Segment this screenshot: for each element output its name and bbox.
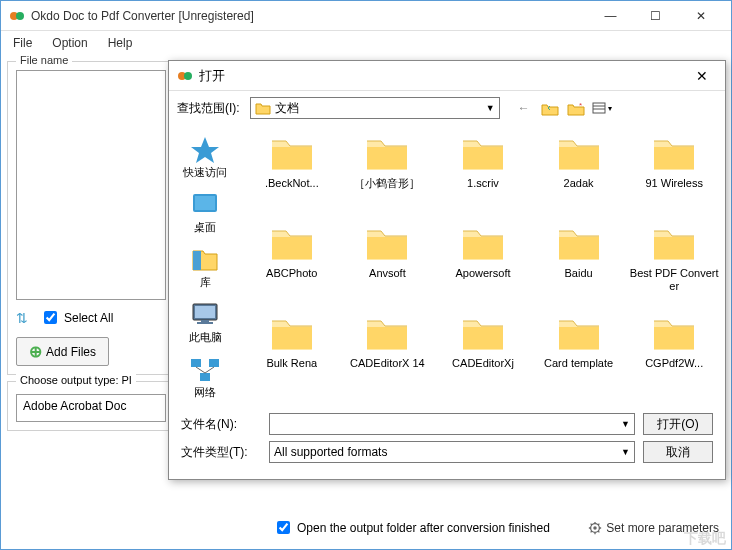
file-list[interactable] — [16, 70, 166, 300]
add-files-label: Add Files — [46, 345, 96, 359]
dialog-toolbar: 查找范围(I): 文档 ▼ ← * ▾ — [169, 91, 725, 125]
app-icon — [9, 8, 25, 24]
window-title: Okdo Doc to Pdf Converter [Unregistered] — [31, 9, 588, 23]
folder-icon — [268, 223, 316, 263]
file-item[interactable]: .BeckNot... — [245, 131, 339, 217]
view-menu-button[interactable]: ▾ — [592, 99, 612, 117]
close-button[interactable]: ✕ — [678, 2, 723, 30]
place-thispc[interactable]: 此电脑 — [169, 296, 241, 349]
file-item[interactable]: Bulk Rena — [245, 311, 339, 397]
svg-point-3 — [594, 526, 598, 530]
filetype-value: All supported formats — [274, 445, 387, 459]
menu-file[interactable]: File — [5, 34, 40, 52]
titlebar: Okdo Doc to Pdf Converter [Unregistered]… — [1, 1, 731, 31]
dialog-app-icon — [177, 68, 193, 84]
file-item[interactable]: CGPdf2W... — [627, 311, 721, 397]
file-item[interactable]: ABCPhoto — [245, 221, 339, 307]
svg-line-22 — [205, 367, 214, 373]
libraries-icon — [189, 245, 221, 273]
place-desktop[interactable]: 桌面 — [169, 186, 241, 239]
menu-option[interactable]: Option — [44, 34, 95, 52]
maximize-button[interactable]: ☐ — [633, 2, 678, 30]
file-item[interactable]: CADEditorX 14 — [341, 311, 435, 397]
look-in-value: 文档 — [275, 100, 299, 117]
dialog-title: 打开 — [199, 67, 687, 85]
file-name: Card template — [544, 357, 613, 370]
filetype-label: 文件类型(T): — [181, 444, 261, 461]
folder-icon — [255, 101, 271, 115]
file-item[interactable]: CADEditorXj — [436, 311, 530, 397]
place-label: 快速访问 — [183, 165, 227, 180]
folder-icon — [555, 133, 603, 173]
folder-icon — [268, 133, 316, 173]
window-controls: — ☐ ✕ — [588, 2, 723, 30]
file-item[interactable]: Baidu — [532, 221, 626, 307]
chevron-down-icon: ▼ — [621, 447, 630, 457]
output-type-value[interactable]: Adobe Acrobat Doc — [16, 394, 166, 422]
select-all-checkbox[interactable]: Select All — [40, 308, 113, 327]
network-icon — [189, 355, 221, 383]
menu-help[interactable]: Help — [100, 34, 141, 52]
folder-icon — [459, 133, 507, 173]
minimize-button[interactable]: — — [588, 2, 633, 30]
svg-rect-13 — [193, 251, 201, 270]
back-button[interactable]: ← — [514, 99, 534, 117]
file-item[interactable]: ［小鹤音形］ — [341, 131, 435, 217]
open-button[interactable]: 打开(O) — [643, 413, 713, 435]
folder-icon — [555, 313, 603, 353]
footer: Open the output folder after conversion … — [1, 514, 731, 541]
file-list-header: File name — [16, 54, 72, 66]
file-item[interactable]: 2adak — [532, 131, 626, 217]
file-item[interactable]: Apowersoft — [436, 221, 530, 307]
svg-rect-15 — [195, 306, 215, 318]
folder-icon — [363, 223, 411, 263]
folder-icon — [363, 313, 411, 353]
open-folder-checkbox[interactable]: Open the output folder after conversion … — [273, 518, 550, 537]
svg-line-21 — [196, 367, 205, 373]
open-folder-label: Open the output folder after conversion … — [297, 521, 550, 535]
folder-icon — [268, 313, 316, 353]
new-folder-button[interactable]: * — [566, 99, 586, 117]
file-item[interactable]: 1.scriv — [436, 131, 530, 217]
place-quick[interactable]: 快速访问 — [169, 131, 241, 184]
filename-input[interactable]: ▼ — [269, 413, 635, 435]
folder-icon — [555, 223, 603, 263]
chevron-down-icon: ▼ — [621, 419, 630, 429]
look-in-combo[interactable]: 文档 ▼ — [250, 97, 500, 119]
dialog-body: 快速访问桌面库此电脑网络 .BeckNot...［小鹤音形］1.scriv2ad… — [169, 125, 725, 407]
file-item[interactable]: Anvsoft — [341, 221, 435, 307]
folder-icon — [650, 223, 698, 263]
file-name: 1.scriv — [467, 177, 499, 190]
select-all-label: Select All — [64, 311, 113, 325]
quick-icon — [189, 135, 221, 163]
file-name: 91 Wireless — [645, 177, 702, 190]
svg-rect-7 — [593, 103, 605, 113]
place-label: 此电脑 — [189, 330, 222, 345]
add-files-button[interactable]: ⊕ Add Files — [16, 337, 109, 366]
folder-icon — [650, 313, 698, 353]
reorder-icon[interactable]: ⇅ — [16, 310, 28, 326]
open-folder-input[interactable] — [277, 521, 290, 534]
file-item[interactable]: 91 Wireless — [627, 131, 721, 217]
toolbar-icons: ← * ▾ — [514, 99, 612, 117]
place-network[interactable]: 网络 — [169, 351, 241, 404]
select-all-input[interactable] — [44, 311, 57, 324]
place-libraries[interactable]: 库 — [169, 241, 241, 294]
file-name: Apowersoft — [455, 267, 510, 280]
cancel-button[interactable]: 取消 — [643, 441, 713, 463]
file-name: Best PDF Converter — [629, 267, 719, 293]
file-item[interactable]: Best PDF Converter — [627, 221, 721, 307]
watermark: 下载吧 — [684, 530, 726, 548]
plus-icon: ⊕ — [29, 342, 42, 361]
place-label: 库 — [200, 275, 211, 290]
filetype-combo[interactable]: All supported formats ▼ — [269, 441, 635, 463]
folder-icon — [459, 223, 507, 263]
file-item[interactable]: Card template — [532, 311, 626, 397]
svg-rect-20 — [200, 373, 210, 381]
dialog-close-button[interactable]: ✕ — [687, 68, 717, 84]
output-type-label: Choose output type: PI — [16, 374, 136, 386]
up-folder-button[interactable] — [540, 99, 560, 117]
file-name: CGPdf2W... — [645, 357, 703, 370]
file-grid[interactable]: .BeckNot...［小鹤音形］1.scriv2adak91 Wireless… — [241, 125, 725, 407]
folder-icon — [459, 313, 507, 353]
